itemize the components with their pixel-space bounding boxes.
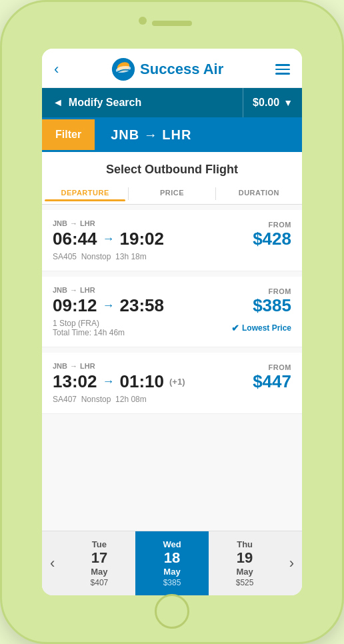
phone-frame: ‹ Success Air ◄ Modify Sear bbox=[0, 0, 344, 644]
flight-card[interactable]: JNB → LHR 09:12 → 23:58 FROM $385 bbox=[42, 277, 302, 347]
tab-duration[interactable]: DURATION bbox=[216, 183, 302, 204]
flight-card[interactable]: JNB → LHR 13:02 → 01:10 (+1) FROM bbox=[42, 353, 302, 414]
route-text: JNB → LHR bbox=[95, 127, 191, 143]
from-code: JNB bbox=[53, 219, 67, 227]
logo-area: Success Air bbox=[111, 57, 223, 82]
logo-icon bbox=[111, 57, 136, 82]
tab-departure[interactable]: DEPARTURE bbox=[42, 183, 128, 204]
filter-button[interactable]: Filter bbox=[42, 119, 95, 150]
prev-date-button[interactable]: ‹ bbox=[42, 531, 63, 595]
modify-arrow-icon: ◄ bbox=[53, 97, 63, 109]
date-item-wed[interactable]: Wed 18 May $385 bbox=[135, 531, 208, 595]
to-code: LHR bbox=[80, 362, 95, 370]
phone-home-button[interactable] bbox=[155, 594, 189, 629]
modify-bar: ◄ Modify Search $0.00 ▼ bbox=[42, 88, 302, 117]
date-items: Tue 17 May $407 Wed 18 May $385 Thu 19 M… bbox=[63, 531, 281, 595]
flight-price-col: FROM $447 bbox=[253, 363, 291, 392]
flight-info-row: 1 Stop (FRA) Total Time: 14h 46m ✔ Lowes… bbox=[53, 319, 291, 337]
from-label: FROM bbox=[253, 363, 291, 371]
price-filter-button[interactable]: $0.00 ▼ bbox=[243, 89, 302, 117]
modify-label: Modify Search bbox=[69, 97, 141, 109]
app-header: ‹ Success Air bbox=[42, 49, 302, 88]
date-price: $525 bbox=[236, 578, 254, 587]
from-label: FROM bbox=[253, 221, 291, 229]
flight-codes: JNB → LHR bbox=[53, 219, 253, 227]
flight-price-col: FROM $385 bbox=[253, 287, 291, 316]
flight-left: JNB → LHR 06:44 → 19:02 bbox=[53, 219, 253, 249]
flight-dir-arrow: → bbox=[103, 375, 115, 389]
menu-button[interactable] bbox=[275, 64, 290, 75]
date-num: 18 bbox=[164, 549, 180, 567]
flight-dir-arrow: → bbox=[103, 232, 115, 246]
main-content: Select Outbound Flight DEPARTURE PRICE D… bbox=[42, 152, 302, 531]
flight-details: SA407 Nonstop 12h 08m bbox=[53, 395, 147, 404]
phone-screen: ‹ Success Air ◄ Modify Sear bbox=[42, 49, 302, 595]
flight-times: 06:44 → 19:02 bbox=[53, 229, 253, 249]
plus-day: (+1) bbox=[169, 377, 185, 387]
to-code: LHR bbox=[80, 219, 95, 227]
phone-camera bbox=[139, 17, 147, 25]
date-nav: ‹ Tue 17 May $407 Wed 18 May $385 Thu 19 bbox=[42, 531, 302, 595]
price-arrow-icon: ▼ bbox=[283, 97, 293, 108]
flight-price: $428 bbox=[253, 229, 291, 249]
flight-info-row: SA407 Nonstop 12h 08m bbox=[53, 395, 291, 404]
phone-speaker bbox=[152, 21, 192, 26]
arr-time: 01:10 bbox=[120, 371, 165, 392]
check-icon: ✔ bbox=[231, 323, 239, 333]
flight-details: SA405 Nonstop 13h 18m bbox=[53, 252, 147, 261]
from-label: FROM bbox=[253, 287, 291, 295]
arr-time: 23:58 bbox=[120, 295, 165, 316]
flight-price-col: FROM $428 bbox=[253, 221, 291, 249]
flight-dir-arrow: → bbox=[103, 299, 115, 313]
date-item-tue[interactable]: Tue 17 May $407 bbox=[63, 531, 135, 595]
lowest-price-badge: ✔ Lowest Price bbox=[231, 323, 291, 333]
route-arrow-small: → bbox=[70, 286, 77, 294]
to-code: LHR bbox=[80, 286, 95, 294]
route-arrow-small: → bbox=[70, 362, 77, 370]
date-item-thu[interactable]: Thu 19 May $525 bbox=[209, 531, 281, 595]
flight-times: 09:12 → 23:58 bbox=[53, 295, 253, 316]
sort-tabs: DEPARTURE PRICE DURATION bbox=[42, 183, 302, 205]
flight-codes: JNB → LHR bbox=[53, 362, 253, 370]
route-arrow-small: → bbox=[70, 219, 77, 227]
dep-time: 06:44 bbox=[53, 229, 97, 249]
date-day: Thu bbox=[237, 539, 253, 549]
dep-time: 09:12 bbox=[53, 295, 97, 316]
flight-stops: 1 Stop (FRA) bbox=[53, 319, 125, 328]
from-code: JNB bbox=[53, 362, 67, 370]
route-bar: Filter JNB → LHR bbox=[42, 117, 302, 152]
back-button[interactable]: ‹ bbox=[54, 61, 59, 78]
from-code: JNB bbox=[53, 286, 67, 294]
tab-price[interactable]: PRICE bbox=[129, 183, 215, 204]
flight-info-row: SA405 Nonstop 13h 18m bbox=[53, 252, 291, 261]
date-price: $385 bbox=[163, 578, 181, 587]
logo-text: Success Air bbox=[140, 61, 223, 78]
date-price: $407 bbox=[91, 578, 109, 587]
flight-route-row: JNB → LHR 13:02 → 01:10 (+1) FROM bbox=[53, 362, 291, 392]
dep-time: 13:02 bbox=[53, 371, 97, 392]
flight-codes: JNB → LHR bbox=[53, 286, 253, 294]
price-value: $0.00 bbox=[253, 97, 279, 109]
flight-price: $447 bbox=[253, 371, 291, 392]
modify-search-button[interactable]: ◄ Modify Search bbox=[42, 89, 243, 117]
date-month: May bbox=[163, 567, 180, 577]
flight-route-row: JNB → LHR 06:44 → 19:02 FROM $428 bbox=[53, 219, 291, 249]
next-date-button[interactable]: › bbox=[281, 531, 302, 595]
date-num: 17 bbox=[91, 549, 107, 567]
date-day: Wed bbox=[163, 539, 181, 549]
badge-label: Lowest Price bbox=[242, 323, 291, 333]
flight-left: JNB → LHR 09:12 → 23:58 bbox=[53, 286, 253, 316]
date-day: Tue bbox=[92, 539, 107, 549]
flight-times: 13:02 → 01:10 (+1) bbox=[53, 371, 253, 392]
flight-stop-info: 1 Stop (FRA) Total Time: 14h 46m bbox=[53, 319, 125, 337]
flight-left: JNB → LHR 13:02 → 01:10 (+1) bbox=[53, 362, 253, 392]
flight-card[interactable]: JNB → LHR 06:44 → 19:02 FROM $428 bbox=[42, 210, 302, 271]
flight-price: $385 bbox=[253, 295, 291, 316]
arr-time: 19:02 bbox=[120, 229, 165, 249]
flight-route-row: JNB → LHR 09:12 → 23:58 FROM $385 bbox=[53, 286, 291, 316]
page-title: Select Outbound Flight bbox=[42, 152, 302, 183]
date-num: 19 bbox=[237, 549, 253, 567]
date-month: May bbox=[91, 567, 107, 577]
date-month: May bbox=[236, 567, 253, 577]
flight-duration: Total Time: 14h 46m bbox=[53, 328, 125, 337]
